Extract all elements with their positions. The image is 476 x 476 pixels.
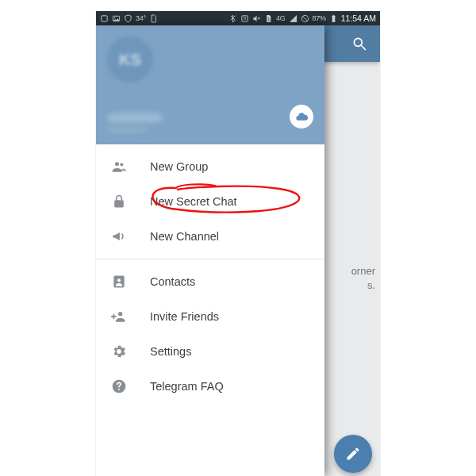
menu-item-invite-friends[interactable]: Invite Friends (96, 299, 324, 334)
settings-icon (110, 343, 128, 360)
menu-item-new-secret-chat[interactable]: New Secret Chat (96, 184, 324, 219)
menu-divider (96, 259, 324, 259)
mute-icon (252, 14, 261, 23)
status-bar: 34° N 1 4G 87% 11:54 AM (96, 11, 380, 25)
screenshot-icon (100, 14, 109, 23)
menu-label: New Secret Chat (150, 195, 237, 208)
profile-name-blurred (107, 113, 163, 123)
menu-item-new-channel[interactable]: New Channel (96, 219, 324, 254)
svg-rect-16 (114, 200, 124, 207)
menu-label: New Group (150, 160, 208, 173)
svg-rect-10 (332, 15, 335, 21)
status-temp: 34° (136, 14, 146, 22)
drawer-menu: New Group New Secret Chat New Channel Co… (96, 144, 324, 404)
bluetooth-icon (228, 14, 237, 23)
svg-point-18 (117, 278, 121, 282)
menu-item-new-group[interactable]: New Group (96, 149, 324, 184)
svg-point-21 (118, 389, 120, 390)
menu-item-settings[interactable]: Settings (96, 334, 324, 369)
status-network: 4G (276, 14, 285, 22)
menu-item-contacts[interactable]: Contacts (96, 264, 324, 299)
search-button[interactable] (347, 31, 372, 56)
svg-point-19 (118, 312, 122, 316)
menu-label: New Channel (150, 230, 219, 243)
svg-point-12 (354, 38, 362, 46)
megaphone-icon (110, 228, 128, 245)
sim-icon (149, 14, 158, 23)
menu-label: Telegram FAQ (150, 380, 224, 393)
nfc-icon: N (240, 14, 249, 23)
svg-rect-0 (102, 15, 107, 21)
search-icon (351, 36, 367, 52)
svg-point-15 (120, 163, 123, 167)
group-icon (110, 158, 128, 175)
battery-icon (329, 14, 338, 23)
status-battery-pct: 87% (313, 14, 326, 22)
empty-hint: orner s. (351, 264, 375, 293)
pencil-icon (345, 446, 361, 462)
menu-label: Contacts (150, 275, 195, 288)
status-time: 11:54 AM (341, 13, 376, 23)
svg-line-13 (362, 46, 366, 50)
lock-icon (110, 193, 128, 210)
navigation-drawer: KS New Group New Secret Chat (96, 25, 324, 476)
phone-frame: 34° N 1 4G 87% 11:54 AM (96, 11, 380, 476)
shield-icon (124, 14, 132, 23)
menu-label: Settings (150, 345, 191, 358)
cloud-icon (295, 110, 309, 124)
svg-line-9 (302, 16, 307, 21)
signal-icon (289, 14, 298, 23)
invite-icon (110, 308, 128, 325)
avatar: KS (107, 36, 153, 83)
svg-rect-11 (332, 14, 334, 15)
no-sim-icon (301, 14, 309, 23)
help-icon (110, 378, 128, 395)
sim2-icon: 1 (264, 14, 273, 23)
menu-item-telegram-faq[interactable]: Telegram FAQ (96, 369, 324, 404)
svg-text:N: N (244, 17, 246, 21)
saved-messages-button[interactable] (290, 105, 313, 129)
image-icon (112, 14, 121, 23)
compose-fab[interactable] (334, 435, 372, 473)
menu-label: Invite Friends (150, 310, 219, 323)
drawer-header[interactable]: KS (96, 25, 324, 144)
contacts-icon (110, 273, 128, 290)
svg-point-14 (115, 162, 119, 166)
profile-phone-blurred (107, 127, 147, 132)
svg-point-2 (114, 17, 115, 17)
